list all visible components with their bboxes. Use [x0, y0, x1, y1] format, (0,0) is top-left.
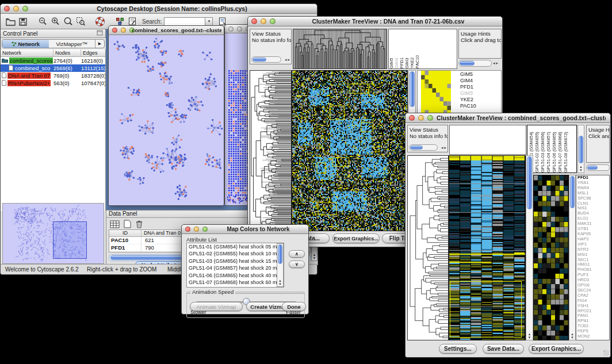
scrollbar-arrows[interactable]: ▲▼: [277, 279, 283, 286]
tab-vizmapper[interactable]: VizMapper™: [49, 40, 95, 48]
scrollbar-thumb[interactable]: [410, 145, 423, 150]
close-button[interactable]: [185, 227, 190, 232]
attribute-list-item[interactable]: GPL51-04 (GSM857) heat shock 20 min: [187, 265, 284, 271]
tv2-heatmap-vscrollbar[interactable]: ▲▼: [526, 155, 533, 340]
network-view-titlebar[interactable]: combined_scores_good.txt--cluste...: [109, 26, 224, 35]
rotated-column-label[interactable]: GPL51-07 (GSM868): [557, 125, 563, 173]
network-row[interactable]: RNAPuberNov2+563(0)107847(0): [1, 79, 105, 87]
attribute-list-item[interactable]: GPL51-01 (GSM854) heat shock 05 min: [187, 243, 284, 250]
tv2-save-data-button[interactable]: Save Data...: [483, 344, 524, 354]
minimize-button[interactable]: [261, 18, 266, 24]
column-header-id[interactable]: ID: [109, 230, 141, 236]
row-dendrogram-canvas[interactable]: [408, 156, 448, 340]
scrollbar-thumb[interactable]: [460, 61, 475, 66]
main-titlebar[interactable]: Cytoscape Desktop (Session Name: collins…: [1, 4, 317, 14]
scrollbar-arrows[interactable]: ◂ ▸: [441, 146, 446, 150]
scrollbar-thumb[interactable]: [527, 156, 532, 209]
heatmap-canvas[interactable]: [292, 71, 407, 231]
attribute-list-vscrollbar[interactable]: ▲▼: [277, 243, 284, 287]
tv2-export-graphics-button[interactable]: Export Graphics...: [529, 344, 584, 354]
treeview2-titlebar[interactable]: ClusterMaker TreeView : combined_scores_…: [406, 113, 610, 123]
attribute-list-item[interactable]: GPL51-07 (GSM868) heat shock 60 min: [187, 279, 284, 286]
column-dendrogram-canvas[interactable]: [293, 29, 387, 68]
gene-label[interactable]: MON2: [576, 334, 609, 339]
column-header-edges[interactable]: Edges: [81, 49, 105, 56]
gene-label[interactable]: GIM5: [459, 71, 476, 78]
zoom-in-icon[interactable]: [49, 16, 62, 27]
network-overview-canvas[interactable]: [3, 204, 104, 263]
minimize-button[interactable]: [418, 115, 424, 121]
resize-grip[interactable]: [603, 350, 609, 356]
column-header-network[interactable]: Network: [1, 49, 53, 56]
scrollbar-arrows[interactable]: ▲▼: [578, 165, 584, 172]
rotated-gene-label[interactable]: PAC10: [415, 29, 420, 68]
tv2-hints-hscrollbar[interactable]: [586, 164, 610, 171]
attribute-listbox[interactable]: GPL51-01 (GSM854) heat shock 05 minGPL51…: [186, 243, 284, 288]
close-button[interactable]: [251, 18, 257, 24]
save-icon[interactable]: [17, 16, 29, 27]
tv2-status-hscrollbar[interactable]: [409, 144, 438, 151]
close-button[interactable]: [4, 6, 10, 12]
rotated-column-label[interactable]: GPL51-02 (GSM855): [534, 125, 540, 173]
scrollbar-arrows[interactable]: ▲▼: [312, 253, 317, 260]
search-dropdown-arrow-icon[interactable]: ▼: [205, 17, 213, 26]
gene-label[interactable]: GIM3: [459, 90, 476, 97]
open-folder-icon[interactable]: [4, 16, 17, 27]
rotated-column-label[interactable]: GPL51-06 (GSM865): [552, 125, 557, 173]
scrollbar-arrows[interactable]: ▲▼: [526, 332, 533, 339]
scrollbar-arrows[interactable]: ◂ ▸: [493, 62, 498, 65]
animate-vizmap-button[interactable]: Animate Vizmap: [190, 302, 243, 311]
row-dendrogram-canvas[interactable]: [250, 71, 291, 231]
scrollbar-arrows[interactable]: ◂ ▸: [285, 58, 290, 62]
search-combobox[interactable]: ▼: [164, 17, 213, 26]
minimize-button[interactable]: [121, 28, 126, 33]
tv2-genelist-vscrollbar[interactable]: ▲▼: [569, 175, 576, 340]
zoom-fit-icon[interactable]: [62, 16, 74, 27]
attribute-list-item[interactable]: GPL51-06 (GSM865) heat shock 40 min: [187, 272, 284, 279]
float-panel-icon[interactable]: [97, 30, 103, 37]
scrollbar-thumb[interactable]: [253, 58, 266, 62]
tab-network[interactable]: Network: [2, 40, 49, 48]
network-row[interactable]: combined_scores2764(0)16218(0): [1, 57, 105, 64]
rotated-column-label[interactable]: GPL51-03 (GSM856): [540, 125, 546, 173]
column-header-nodes[interactable]: Nodes: [53, 49, 81, 56]
attribute-list-item[interactable]: GPL51-02 (GSM855) heat shock 10 min: [187, 250, 284, 257]
network-row[interactable]: DNA and Tran 07769(0)183728(0): [1, 72, 105, 79]
close-button[interactable]: [228, 26, 234, 32]
treeview1-titlebar[interactable]: ClusterMaker TreeView : DNA and Tran 07-…: [248, 17, 502, 26]
scrollbar-thumb[interactable]: [587, 166, 598, 170]
rotated-gene-label[interactable]: YKE2: [410, 29, 415, 68]
minimize-button[interactable]: [194, 227, 199, 232]
tv1-status-hscrollbar[interactable]: [251, 56, 281, 63]
heatmap-canvas[interactable]: [449, 156, 525, 340]
close-button[interactable]: [409, 115, 415, 121]
gene-label[interactable]: YKE2: [459, 97, 476, 103]
zoom-selected-icon[interactable]: [74, 16, 87, 27]
tab-overflow-button[interactable]: ▶: [95, 40, 104, 48]
tv2-settings-button[interactable]: Settings...: [439, 344, 477, 354]
move-up-button[interactable]: ∧: [289, 250, 305, 258]
move-down-button[interactable]: ∨: [289, 260, 305, 268]
done-button[interactable]: Done: [282, 302, 306, 311]
gene-label[interactable]: PFD1: [459, 84, 476, 90]
minimize-button[interactable]: [13, 6, 19, 12]
scrollbar-thumb[interactable]: [570, 176, 575, 208]
scrollbar-thumb[interactable]: [410, 71, 415, 107]
gene-label[interactable]: GIM4: [459, 78, 476, 84]
rotated-gene-label[interactable]: GIM5: [389, 29, 394, 68]
zoom-button[interactable]: [270, 18, 276, 24]
tv2-labels-vscrollbar[interactable]: ▲▼: [577, 125, 584, 173]
network-view-canvas[interactable]: [109, 35, 224, 205]
scrollbar-arrows[interactable]: ▲▼: [569, 332, 575, 339]
scrollbar-thumb[interactable]: [278, 244, 282, 264]
zoom-button[interactable]: [22, 6, 28, 12]
attribute-list-item[interactable]: GPL51-03 (GSM856) heat shock 15 min: [187, 258, 284, 265]
network-row[interactable]: combined_sco2569(6)13112(15): [1, 64, 105, 72]
dialog-titlebar[interactable]: Map Colors to Network: [182, 225, 308, 234]
zoom-button[interactable]: [202, 227, 208, 232]
zoom-button[interactable]: [427, 115, 433, 121]
close-button[interactable]: [112, 28, 117, 33]
scrollbar-thumb[interactable]: [579, 136, 583, 163]
rotated-column-label[interactable]: GPL51-08 (GSM872): [563, 125, 569, 173]
rotated-gene-label[interactable]: GIM3: [404, 29, 410, 68]
